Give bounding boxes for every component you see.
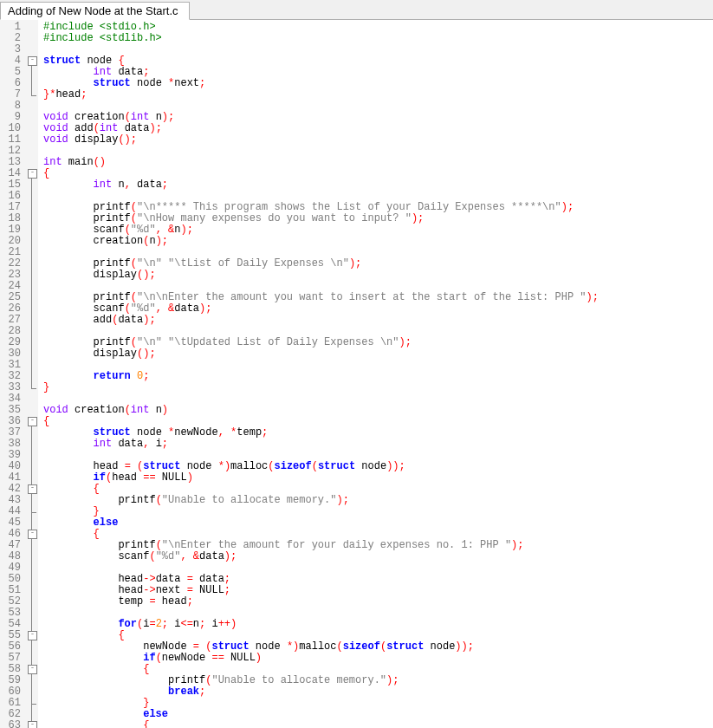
line-number-gutter: 1234567891011121314151617181920212223242… [0,20,26,728]
fold-end [31,95,36,96]
fold-line [31,62,32,95]
code-line[interactable]: creation(n); [43,236,599,247]
code-line[interactable] [43,146,599,157]
fold-end [31,388,36,389]
fold-column: -------- [26,20,38,728]
code-line[interactable]: { [43,720,599,728]
fold-end [31,704,36,705]
fold-toggle-icon[interactable]: - [28,417,37,426]
code-line[interactable]: } [43,506,599,517]
code-line[interactable]: void creation(int n) [43,405,599,416]
fold-line [31,174,32,388]
code-line[interactable]: void display(); [43,134,599,146]
code-line[interactable]: else [43,517,599,529]
code-line[interactable]: for(i=2; i<=n; i++) [43,619,599,630]
fold-line [31,670,32,704]
fold-toggle-icon[interactable]: - [28,169,37,179]
code-line[interactable]: }*head; [43,89,599,101]
code-line[interactable]: display(); [43,348,599,360]
code-line[interactable]: int n, data; [43,179,599,191]
code-line[interactable]: #include <stdlib.h> [43,33,599,44]
code-line[interactable]: if(head == NULL) [43,472,599,484]
code-editor[interactable]: 1234567891011121314151617181920212223242… [0,20,713,728]
code-line[interactable]: scanf("%d", &data); [43,551,599,562]
code-line[interactable]: display(); [43,270,599,281]
code-line[interactable]: int data, i; [43,439,599,450]
fold-toggle-icon[interactable]: - [28,665,37,674]
fold-toggle-icon[interactable]: - [28,721,37,728]
line-number: 63 [3,720,21,728]
file-tab-label: Adding of New Node at the Start.c [8,4,178,17]
fold-toggle-icon[interactable]: - [28,530,37,539]
fold-toggle-icon[interactable]: - [28,56,37,66]
tab-bar: Adding of New Node at the Start.c [0,0,713,20]
code-line[interactable]: struct node *next; [43,78,599,89]
code-line[interactable]: return 0; [43,371,599,382]
code-line[interactable]: temp = head; [43,596,599,608]
code-line[interactable]: add(data); [43,315,599,326]
code-line[interactable]: printf("Unable to allocate memory."); [43,495,599,506]
code-line[interactable]: int main() [43,157,599,168]
code-line[interactable]: } [43,382,599,393]
fold-end [31,512,36,513]
code-line[interactable] [43,44,599,55]
code-area[interactable]: #include <stdio.h>#include <stdlib.h> st… [38,20,599,728]
fold-toggle-icon[interactable]: - [28,484,37,494]
file-tab[interactable]: Adding of New Node at the Start.c [0,2,190,20]
fold-toggle-icon[interactable]: - [28,631,37,640]
